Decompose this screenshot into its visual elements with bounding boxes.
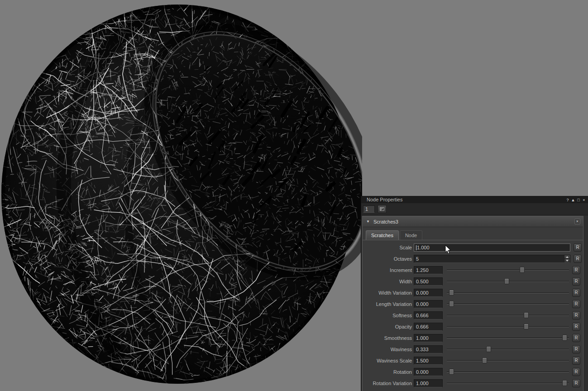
param-slider[interactable] — [447, 345, 569, 353]
slider-track — [447, 270, 569, 270]
node-group: ▼ Scratches3 × ScratchesNode Scale1.000R… — [362, 216, 583, 391]
spinner-down-icon[interactable] — [564, 259, 570, 262]
param-value-field[interactable]: 1.000 — [414, 379, 443, 387]
param-label: Width — [364, 279, 412, 284]
slider-track — [447, 338, 569, 338]
panel-toolbar — [361, 203, 588, 215]
material-preview-viewport[interactable] — [0, 0, 362, 391]
param-label: Smoothness — [364, 335, 412, 341]
param-label: Width Variation — [364, 290, 412, 296]
reset-button[interactable]: R — [572, 300, 580, 308]
collapse-arrow-icon[interactable]: ▼ — [366, 219, 370, 224]
param-slider[interactable] — [447, 379, 569, 387]
node-properties-panel: Node Properties ?▲□× ▼ Scratches3 × Scra… — [361, 196, 588, 391]
param-label: Length Variation — [364, 301, 412, 307]
slider-track — [447, 304, 569, 304]
slider-knob[interactable] — [449, 290, 454, 296]
slider-knob[interactable] — [449, 369, 454, 375]
param-value-field[interactable]: 1.250 — [414, 266, 443, 274]
reset-button[interactable]: R — [572, 334, 580, 342]
slider-knob[interactable] — [520, 267, 525, 273]
slider-track — [447, 292, 569, 293]
param-value-field[interactable]: 0.000 — [414, 368, 443, 376]
slider-knob[interactable] — [449, 301, 454, 307]
param-value-field[interactable]: 0.500 — [414, 277, 443, 286]
param-label: Increment — [364, 267, 412, 273]
param-row-waviness: Waviness0.333R — [363, 343, 583, 355]
panel-titlebar[interactable]: Node Properties ?▲□× — [361, 196, 588, 203]
spinner-buttons[interactable] — [564, 255, 570, 262]
reset-button[interactable]: R — [574, 255, 582, 263]
param-value-field[interactable]: 5 — [414, 255, 570, 263]
param-slider[interactable] — [447, 368, 569, 376]
tab-bar: ScratchesNode — [363, 227, 583, 240]
param-row-opacity: Opacity0.666R — [363, 321, 583, 332]
param-value-field[interactable]: 0.333 — [414, 345, 443, 353]
param-label: Rotation — [364, 369, 412, 375]
slider-knob[interactable] — [504, 278, 509, 284]
param-value-field[interactable]: 1.000 — [414, 334, 443, 342]
param-row-rotation-variation: Rotation Variation1.000R — [363, 377, 583, 389]
reset-button[interactable]: R — [572, 379, 580, 387]
param-slider[interactable] — [447, 266, 569, 274]
slider-knob[interactable] — [486, 346, 491, 352]
help-icon[interactable]: ? — [565, 197, 570, 203]
reset-button[interactable]: R — [572, 266, 580, 274]
reset-button[interactable]: R — [572, 277, 580, 286]
param-slider[interactable] — [447, 323, 569, 331]
param-row-width: Width0.500R — [363, 276, 583, 287]
param-slider[interactable] — [447, 300, 569, 308]
param-label: Waviness — [364, 347, 412, 352]
param-row-softness: Softness0.666R — [363, 310, 583, 321]
param-label: Softness — [364, 313, 412, 318]
node-close-icon[interactable]: × — [574, 219, 580, 224]
param-value-field[interactable]: 0.000 — [414, 289, 443, 297]
param-label: Scale — [364, 245, 412, 250]
reset-button[interactable]: R — [572, 368, 580, 376]
param-label: Rotation Variation — [364, 381, 412, 386]
node-index-input[interactable] — [363, 205, 375, 213]
param-slider[interactable] — [447, 357, 569, 365]
param-slider[interactable] — [447, 277, 569, 286]
param-label: Waviness Scale — [364, 358, 412, 363]
slider-track — [447, 372, 569, 372]
param-value-field[interactable]: 0.666 — [414, 323, 443, 331]
param-slider[interactable] — [447, 311, 569, 319]
param-list: Scale1.000ROctaves5RIncrement1.250RWidth… — [363, 240, 583, 389]
param-row-rotation: Rotation0.000R — [363, 366, 583, 377]
param-label: Octaves — [364, 256, 412, 262]
slider-track — [447, 349, 569, 349]
tab-scratches[interactable]: Scratches — [366, 230, 399, 240]
text-caret — [416, 245, 416, 250]
slider-track — [447, 315, 569, 315]
reset-button[interactable]: R — [572, 345, 580, 353]
reset-button[interactable]: R — [572, 323, 580, 331]
slider-track — [447, 383, 569, 383]
param-row-increment: Increment1.250R — [363, 264, 583, 276]
node-name: Scratches3 — [373, 219, 398, 224]
restore-icon[interactable]: □ — [576, 197, 581, 203]
param-value-field[interactable]: 0.666 — [414, 311, 443, 319]
reset-button[interactable]: R — [572, 311, 580, 319]
slider-knob[interactable] — [562, 380, 567, 386]
param-value-field[interactable]: 1.500 — [414, 357, 443, 365]
slider-knob[interactable] — [562, 335, 567, 341]
node-header[interactable]: ▼ Scratches3 × — [363, 216, 583, 227]
spinner-up-icon[interactable] — [564, 255, 570, 259]
param-slider[interactable] — [447, 334, 569, 342]
slider-knob[interactable] — [482, 358, 487, 363]
reset-button[interactable]: R — [572, 357, 580, 365]
param-slider[interactable] — [447, 289, 569, 297]
reset-button[interactable]: R — [574, 243, 582, 252]
close-icon[interactable]: × — [581, 197, 587, 203]
tab-node[interactable]: Node — [400, 230, 422, 240]
reset-button[interactable]: R — [572, 289, 580, 297]
param-value-field[interactable]: 1.000 — [414, 243, 570, 252]
slider-track — [447, 326, 569, 327]
preview-toggle-button[interactable] — [378, 205, 387, 213]
param-value-field[interactable]: 0.000 — [414, 300, 443, 308]
slider-track — [447, 360, 569, 361]
slider-knob[interactable] — [524, 312, 529, 318]
slider-knob[interactable] — [524, 324, 529, 329]
pin-icon[interactable]: ▲ — [570, 197, 576, 203]
